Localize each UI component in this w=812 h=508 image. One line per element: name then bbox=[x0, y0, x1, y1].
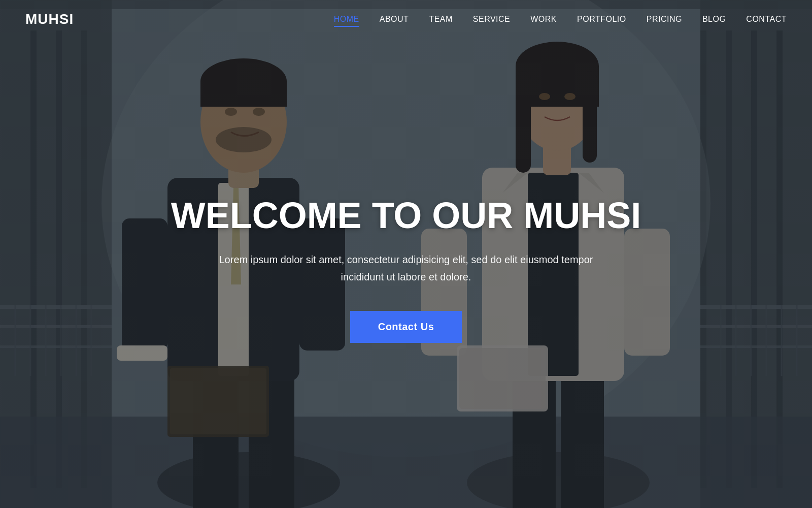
brand-logo[interactable]: MUHSI bbox=[25, 11, 74, 27]
hero-title: WELCOME TO OUR MUHSI bbox=[171, 196, 641, 236]
nav-link-home[interactable]: HOME bbox=[334, 15, 359, 23]
nav-item-blog[interactable]: BLOG bbox=[702, 15, 726, 24]
nav-link-service[interactable]: SERVICE bbox=[473, 15, 510, 23]
nav-item-team[interactable]: TEAM bbox=[429, 15, 452, 24]
nav-item-work[interactable]: WORK bbox=[530, 15, 557, 24]
nav-link-about[interactable]: ABOUT bbox=[380, 15, 409, 23]
nav-link-pricing[interactable]: PRICING bbox=[647, 15, 682, 23]
nav-link-contact[interactable]: CONTACT bbox=[746, 15, 787, 23]
nav-link-team[interactable]: TEAM bbox=[429, 15, 452, 23]
hero-subtitle: Lorem ipsum dolor sit amet, consectetur … bbox=[203, 251, 609, 285]
nav-item-portfolio[interactable]: PORTFOLIO bbox=[577, 15, 626, 24]
nav-item-pricing[interactable]: PRICING bbox=[647, 15, 682, 24]
nav-link-blog[interactable]: BLOG bbox=[702, 15, 726, 23]
nav-item-home[interactable]: HOME bbox=[334, 15, 359, 24]
nav-item-contact[interactable]: CONTACT bbox=[746, 15, 787, 24]
nav-item-about[interactable]: ABOUT bbox=[380, 15, 409, 24]
nav-link-work[interactable]: WORK bbox=[530, 15, 557, 23]
nav-links: HOME ABOUT TEAM SERVICE WORK PORTFOLIO P… bbox=[334, 15, 787, 24]
contact-us-button[interactable]: Contact Us bbox=[350, 311, 462, 343]
nav-item-service[interactable]: SERVICE bbox=[473, 15, 510, 24]
navbar: MUHSI HOME ABOUT TEAM SERVICE WORK PORTF… bbox=[0, 0, 812, 39]
nav-link-portfolio[interactable]: PORTFOLIO bbox=[577, 15, 626, 23]
hero-section: MUHSI HOME ABOUT TEAM SERVICE WORK PORTF… bbox=[0, 0, 812, 508]
hero-content: WELCOME TO OUR MUHSI Lorem ipsum dolor s… bbox=[70, 196, 743, 343]
